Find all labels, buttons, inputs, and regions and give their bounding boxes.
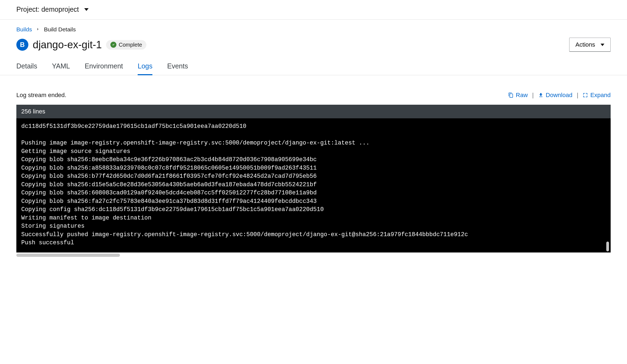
tab-logs[interactable]: Logs — [138, 59, 152, 75]
expand-link[interactable]: Expand — [583, 92, 611, 99]
download-icon — [538, 92, 544, 98]
download-link[interactable]: Download — [538, 92, 572, 99]
log-section: Log stream ended. Raw | Download | Expan… — [16, 82, 611, 257]
actions-button[interactable]: Actions — [569, 38, 611, 52]
divider: | — [577, 92, 578, 99]
page-title: django-ex-git-1 — [33, 39, 102, 51]
scrollbar-vertical[interactable] — [606, 118, 610, 252]
breadcrumb: Builds Build Details — [16, 26, 611, 33]
log-actions: Raw | Download | Expand — [508, 92, 611, 99]
tab-environment[interactable]: Environment — [85, 59, 123, 75]
scrollbar-horizontal[interactable] — [16, 254, 611, 257]
tab-details[interactable]: Details — [16, 59, 37, 75]
tab-events[interactable]: Events — [167, 59, 188, 75]
log-status: Log stream ended. — [16, 92, 66, 99]
divider: | — [532, 92, 534, 99]
caret-down-icon — [84, 8, 89, 11]
expand-icon — [583, 92, 588, 98]
caret-down-icon — [601, 44, 604, 46]
check-circle-icon — [110, 42, 116, 48]
title-row: B django-ex-git-1 Complete Actions — [16, 38, 611, 52]
log-body[interactable]: dc118d5f5131df3b9ce22759dae179615cb1adf7… — [16, 118, 611, 252]
status-badge: Complete — [106, 40, 146, 50]
status-text: Complete — [119, 42, 142, 48]
chevron-right-icon — [36, 27, 40, 32]
actions-label: Actions — [575, 41, 595, 48]
build-type-badge: B — [16, 39, 28, 51]
project-prefix: Project: — [16, 5, 40, 13]
breadcrumb-root[interactable]: Builds — [16, 26, 32, 33]
project-name: demoproject — [41, 5, 79, 13]
tabs: Details YAML Environment Logs Events — [16, 59, 611, 75]
copy-icon — [508, 92, 514, 98]
log-toolbar: 256 lines — [16, 105, 611, 118]
raw-link[interactable]: Raw — [508, 92, 528, 99]
tab-yaml[interactable]: YAML — [52, 59, 70, 75]
project-selector[interactable]: Project: demoproject — [0, 0, 627, 20]
log-header: Log stream ended. Raw | Download | Expan… — [16, 92, 611, 99]
breadcrumb-current: Build Details — [44, 26, 76, 33]
title-left: B django-ex-git-1 Complete — [16, 39, 146, 51]
